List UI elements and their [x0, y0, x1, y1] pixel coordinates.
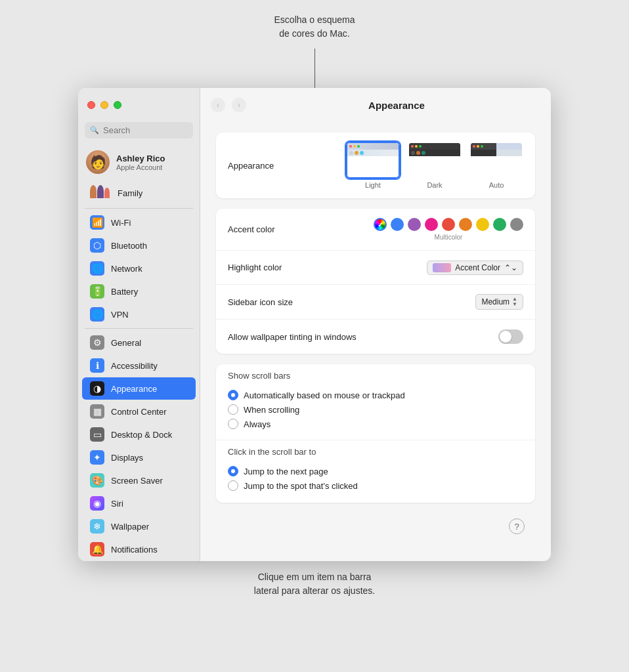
forward-button[interactable]: › [232, 98, 246, 112]
sidebar-item-label-screensaver: Screen Saver [111, 476, 163, 486]
sidebar-icon-size-select[interactable]: Medium ▲▼ [475, 294, 523, 310]
multicolor-label: Multicolor [435, 234, 463, 241]
close-button[interactable] [87, 101, 95, 109]
accent-blue[interactable] [391, 218, 404, 231]
sidebar-item-label-bluetooth: Bluetooth [111, 241, 147, 251]
accent-red[interactable] [442, 218, 455, 231]
appearance-row: Appearance [216, 133, 535, 198]
sidebar-item-vpn[interactable]: 🌐 VPN [82, 303, 196, 326]
highlight-chevron: ⌃⌄ [504, 263, 517, 272]
scroll-next-page-option[interactable]: Jump to the next page [228, 466, 523, 476]
scroll-scrolling-option[interactable]: When scrolling [228, 404, 523, 415]
appearance-light[interactable]: Light [346, 142, 400, 189]
accent-color-row: Accent color [216, 209, 535, 251]
sidebar-item-bluetooth[interactable]: ⬡ Bluetooth [82, 234, 196, 257]
sidebar-item-label-vpn: VPN [111, 310, 129, 320]
scroll-always-option[interactable]: Always [228, 419, 523, 429]
sidebar-item-controlcenter[interactable]: ▦ Control Center [82, 400, 196, 423]
sidebar-item-label-accessibility: Accessibility [111, 361, 158, 371]
accent-multicolor[interactable] [374, 218, 387, 231]
wallpaper-tinting-row: Allow wallpaper tinting in windows [216, 320, 535, 354]
wallpaper-tinting-label: Allow wallpaper tinting in windows [228, 332, 357, 342]
sidebar-item-desktop[interactable]: ▭ Desktop & Dock [82, 423, 196, 446]
sidebar-item-label-wallpaper: Wallpaper [111, 522, 149, 532]
wifi-icon: 📶 [90, 215, 104, 230]
highlight-color-button[interactable]: Accent Color ⌃⌄ [427, 261, 523, 275]
sidebar-icon-size-value: Medium [481, 297, 510, 306]
sidebar-item-screensaver[interactable]: 🎨 Screen Saver [82, 469, 196, 492]
scroll-scrolling-radio [228, 404, 238, 415]
accent-orange[interactable] [459, 218, 472, 231]
bluetooth-icon: ⬡ [90, 238, 104, 253]
appearance-label: Appearance [228, 161, 346, 171]
appearance-dark[interactable]: Dark [408, 142, 462, 189]
highlight-color-row: Highlight color Accent Color ⌃⌄ [216, 251, 535, 285]
user-profile-row[interactable]: 🧑 Ashley Rico Apple Account [78, 146, 200, 180]
sidebar-item-label-displays: Displays [111, 453, 143, 463]
sidebar-item-wifi[interactable]: 📶 Wi-Fi [82, 211, 196, 234]
main-content: ‹ › Appearance Appearance [200, 88, 551, 561]
scroll-bars-radio-group: Automatically based on mouse or trackpad… [228, 387, 523, 432]
accent-green[interactable] [493, 218, 506, 231]
sidebar-item-notifications[interactable]: 🔔 Notifications [82, 538, 196, 560]
vpn-icon: 🌐 [90, 307, 104, 322]
accent-yellow[interactable] [476, 218, 489, 231]
siri-icon: ◉ [90, 496, 104, 511]
tooltip-bottom: Clique em um item na barra lateral para … [254, 570, 375, 598]
scroll-auto-option[interactable]: Automatically based on mouse or trackpad [228, 390, 523, 400]
main-titlebar: ‹ › Appearance [200, 88, 551, 122]
dark-thumb [408, 142, 462, 178]
scroll-always-radio [228, 419, 238, 429]
displays-icon: ✦ [90, 450, 104, 465]
sidebar-item-accessibility[interactable]: ℹ Accessibility [82, 354, 196, 377]
user-name: Ashley Rico [116, 154, 165, 163]
search-input[interactable] [103, 125, 188, 135]
search-bar[interactable]: 🔍 [85, 122, 193, 138]
back-button[interactable]: ‹ [211, 98, 225, 112]
minimize-button[interactable] [100, 101, 108, 109]
wallpaper-tinting-control [357, 329, 523, 344]
window-titlebar [78, 88, 200, 122]
stepper-arrows: ▲▼ [512, 297, 517, 307]
family-icon [90, 185, 110, 201]
avatar: 🧑 [86, 150, 110, 174]
sidebar-item-label-desktop: Desktop & Dock [111, 430, 172, 440]
appearance-auto[interactable]: Auto [469, 142, 523, 189]
scroll-click-section-label: Click in the scroll bar to [216, 440, 535, 461]
scroll-clicked-spot-label: Jump to the spot that's clicked [244, 481, 358, 491]
sidebar-item-label-battery: Battery [111, 287, 138, 297]
scroll-bars-options: Automatically based on mouse or trackpad… [216, 385, 535, 440]
accent-graphite[interactable] [510, 218, 523, 231]
scroll-bars-card: Show scroll bars Automatically based on … [216, 364, 535, 503]
light-label: Light [365, 181, 381, 189]
sidebar-item-wallpaper[interactable]: ❄ Wallpaper [82, 515, 196, 537]
sidebar-item-displays[interactable]: ✦ Displays [82, 446, 196, 469]
highlight-control: Accent Color ⌃⌄ [346, 261, 523, 275]
network-icon: 🌐 [90, 261, 104, 276]
accent-purple[interactable] [408, 218, 421, 231]
sidebar-item-siri[interactable]: ◉ Siri [82, 492, 196, 514]
sidebar-item-battery[interactable]: 🔋 Battery [82, 280, 196, 303]
auto-thumb [469, 142, 523, 178]
help-button[interactable]: ? [509, 518, 525, 534]
sidebar-item-family[interactable]: Family [82, 181, 196, 205]
sidebar-item-label-siri: Siri [111, 499, 123, 509]
accessibility-icon: ℹ [90, 358, 104, 373]
sidebar-icon-size-row: Sidebar icon size Medium ▲▼ [216, 285, 535, 320]
screensaver-icon: 🎨 [90, 473, 104, 488]
sidebar-items-list: Family 📶 Wi-Fi ⬡ Bluetooth 🌐 Network 🔋 B… [78, 180, 200, 561]
toggle-knob [500, 331, 511, 343]
sidebar-item-general[interactable]: ⚙ General [82, 331, 196, 354]
scroll-clicked-spot-option[interactable]: Jump to the spot that's clicked [228, 480, 523, 491]
general-icon: ⚙ [90, 335, 104, 350]
sidebar-item-appearance[interactable]: ◑ Appearance [82, 377, 196, 400]
wallpaper-tinting-toggle[interactable] [498, 329, 523, 344]
wallpaper-icon: ❄ [90, 519, 104, 534]
desktop-icon: ▭ [90, 427, 104, 442]
accent-pink[interactable] [425, 218, 438, 231]
auto-label: Auto [489, 181, 504, 189]
sidebar-item-label-appearance: Appearance [111, 384, 157, 394]
main-body: Appearance [200, 122, 551, 561]
sidebar-item-network[interactable]: 🌐 Network [82, 257, 196, 280]
maximize-button[interactable] [114, 101, 121, 109]
